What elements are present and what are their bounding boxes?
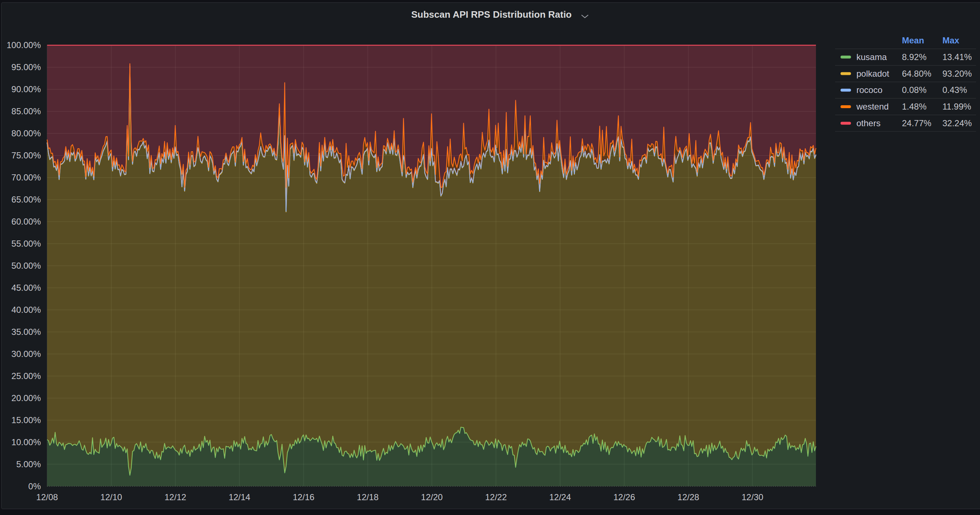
svg-text:others: others	[856, 118, 881, 128]
svg-text:40.00%: 40.00%	[11, 305, 41, 315]
svg-text:12/26: 12/26	[613, 492, 635, 502]
svg-text:12/24: 12/24	[549, 492, 571, 502]
svg-text:95.00%: 95.00%	[11, 62, 41, 72]
svg-text:8.92%: 8.92%	[902, 52, 926, 62]
svg-text:13.41%: 13.41%	[942, 52, 972, 62]
svg-text:75.00%: 75.00%	[11, 150, 41, 160]
svg-text:Subscan API RPS Distribution R: Subscan API RPS Distribution Ratio	[411, 9, 572, 20]
svg-text:32.24%: 32.24%	[942, 118, 972, 128]
svg-text:20.00%: 20.00%	[11, 393, 41, 403]
svg-text:100.00%: 100.00%	[6, 40, 41, 50]
svg-text:0.43%: 0.43%	[942, 85, 967, 95]
svg-text:rococo: rococo	[856, 85, 883, 95]
svg-text:80.00%: 80.00%	[11, 128, 41, 138]
svg-text:10.00%: 10.00%	[11, 437, 41, 447]
svg-text:24.77%: 24.77%	[902, 118, 931, 128]
svg-text:12/30: 12/30	[741, 492, 763, 502]
svg-text:kusama: kusama	[856, 52, 887, 62]
svg-text:0.08%: 0.08%	[902, 85, 926, 95]
svg-text:12/16: 12/16	[293, 492, 314, 502]
svg-text:12/10: 12/10	[100, 492, 122, 502]
svg-text:35.00%: 35.00%	[11, 327, 41, 337]
svg-text:Max: Max	[942, 35, 959, 45]
svg-text:25.00%: 25.00%	[11, 371, 41, 381]
svg-text:93.20%: 93.20%	[942, 69, 972, 78]
svg-text:westend: westend	[856, 102, 889, 112]
svg-text:11.99%: 11.99%	[942, 102, 971, 112]
svg-text:85.00%: 85.00%	[11, 106, 41, 116]
svg-text:90.00%: 90.00%	[11, 84, 41, 94]
svg-text:1.48%: 1.48%	[902, 102, 926, 112]
svg-text:55.00%: 55.00%	[11, 239, 41, 249]
svg-text:50.00%: 50.00%	[11, 261, 41, 271]
svg-text:70.00%: 70.00%	[11, 172, 41, 182]
svg-text:12/14: 12/14	[229, 492, 250, 502]
svg-text:60.00%: 60.00%	[11, 217, 41, 226]
svg-text:30.00%: 30.00%	[11, 349, 41, 359]
svg-text:12/22: 12/22	[485, 492, 507, 502]
svg-text:65.00%: 65.00%	[11, 195, 41, 204]
svg-text:12/12: 12/12	[164, 492, 186, 502]
svg-text:polkadot: polkadot	[856, 69, 889, 78]
svg-text:12/08: 12/08	[36, 492, 58, 502]
svg-text:Mean: Mean	[902, 35, 924, 45]
svg-text:0%: 0%	[28, 482, 41, 491]
svg-text:45.00%: 45.00%	[11, 283, 41, 293]
svg-text:12/28: 12/28	[678, 492, 699, 502]
svg-text:12/20: 12/20	[421, 492, 443, 502]
svg-text:64.80%: 64.80%	[902, 69, 931, 78]
svg-text:15.00%: 15.00%	[11, 415, 41, 425]
svg-text:5.00%: 5.00%	[16, 459, 41, 469]
svg-text:12/18: 12/18	[357, 492, 379, 502]
